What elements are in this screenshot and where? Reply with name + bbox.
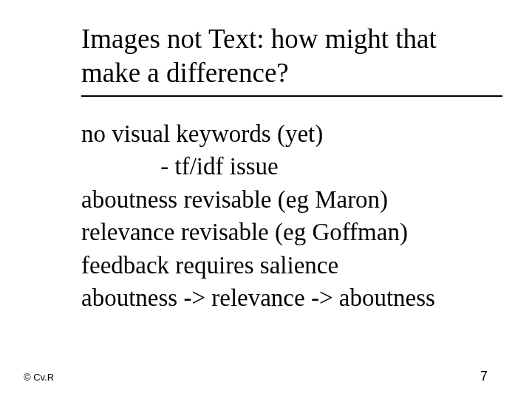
title-underline [81,95,502,97]
slide-body: no visual keywords (yet) - tf/idf issue … [81,117,517,315]
body-line: feedback requires salience [81,249,517,282]
slide-footer: © Cv.R 7 [0,369,532,384]
slide: Images not Text: how might that make a d… [0,0,532,399]
slide-title: Images not Text: how might that make a d… [81,22,502,91]
copyright-text: © Cv.R [24,372,54,383]
body-line: relevance revisable (eg Goffman) [81,216,517,249]
body-line: - tf/idf issue [81,150,517,183]
body-line: aboutness -> relevance -> aboutness [81,282,517,315]
page-number: 7 [480,369,488,384]
body-line: aboutness revisable (eg Maron) [81,183,517,216]
body-line: no visual keywords (yet) [81,117,517,151]
